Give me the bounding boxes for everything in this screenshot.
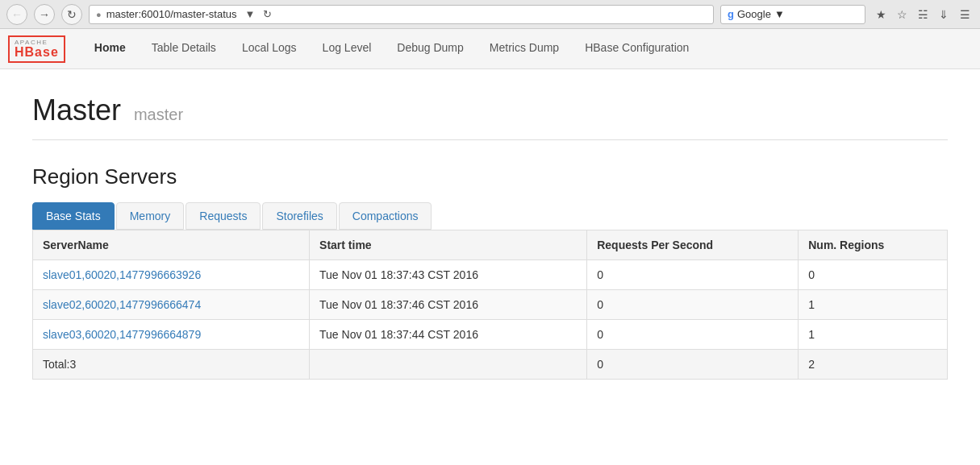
nav-home[interactable]: Home	[81, 29, 139, 69]
nav-hbase-configuration[interactable]: HBase Configuration	[572, 29, 702, 69]
server-name-cell: slave02,60020,1477996666474	[33, 290, 310, 320]
region-servers-table: ServerName Start time Requests Per Secon…	[32, 230, 948, 380]
total-requests: 0	[587, 350, 799, 380]
nav-bar: APACHE HBase Home Table Details Local Lo…	[0, 29, 980, 69]
tab-requests[interactable]: Requests	[186, 202, 261, 230]
browser-chrome: ← → ↻ ● master:60010/master-status ▼ ↻ g…	[0, 0, 980, 29]
search-placeholder: Google	[737, 8, 771, 20]
refresh-button[interactable]: ↻	[61, 4, 82, 25]
nav-metrics-dump[interactable]: Metrics Dump	[477, 29, 572, 69]
search-bar[interactable]: g Google ▼	[720, 5, 865, 24]
start-time-cell: Tue Nov 01 18:37:44 CST 2016	[310, 320, 587, 350]
server-name-link[interactable]: slave02,60020,1477996666474	[43, 298, 201, 311]
nav-table-details[interactable]: Table Details	[139, 29, 229, 69]
url-text: master:60010/master-status	[106, 8, 237, 20]
total-num-regions: 2	[799, 350, 948, 380]
page-title: Master	[32, 93, 121, 127]
total-label: Total:3	[33, 350, 310, 380]
main-content: Master master Region Servers Base Stats …	[0, 69, 980, 404]
num-regions-cell: 1	[799, 320, 948, 350]
forward-button[interactable]: →	[34, 4, 55, 25]
star-icon[interactable]: ☆	[893, 6, 911, 23]
requests-cell: 0	[587, 290, 799, 320]
table-row: slave03,60020,1477996664879 Tue Nov 01 1…	[33, 320, 948, 350]
page-title-section: Master master	[32, 93, 948, 140]
table-row: slave01,60020,1477996663926 Tue Nov 01 1…	[33, 260, 948, 290]
bookmark-toolbar-icon[interactable]: ★	[872, 6, 890, 23]
table-total-row: Total:3 0 2	[33, 350, 948, 380]
reload-icon[interactable]: ↻	[260, 6, 275, 22]
logo-hbase-text: HBase	[15, 46, 59, 59]
address-bar[interactable]: ● master:60010/master-status ▼ ↻	[89, 5, 714, 24]
address-bar-controls: ▼ ↻	[242, 6, 276, 22]
nav-links: Home Table Details Local Logs Log Level …	[81, 29, 703, 69]
total-empty	[310, 350, 587, 380]
num-regions-cell: 1	[799, 290, 948, 320]
tab-compactions[interactable]: Compactions	[339, 202, 432, 230]
col-header-requests-per-second: Requests Per Second	[587, 230, 799, 260]
server-name-cell: slave03,60020,1477996664879	[33, 320, 310, 350]
region-servers-section: Region Servers Base Stats Memory Request…	[32, 164, 948, 380]
num-regions-cell: 0	[799, 260, 948, 290]
server-name-link[interactable]: slave01,60020,1477996663926	[43, 268, 201, 281]
col-header-num-regions: Num. Regions	[799, 230, 948, 260]
requests-cell: 0	[587, 260, 799, 290]
lock-icon: ●	[96, 10, 102, 19]
server-name-cell: slave01,60020,1477996663926	[33, 260, 310, 290]
nav-log-level[interactable]: Log Level	[310, 29, 385, 69]
dropdown-icon[interactable]: ▼	[242, 6, 259, 22]
page-subtitle: master	[134, 106, 183, 123]
nav-local-logs[interactable]: Local Logs	[229, 29, 310, 69]
start-time-cell: Tue Nov 01 18:37:46 CST 2016	[310, 290, 587, 320]
requests-cell: 0	[587, 320, 799, 350]
reader-mode-icon[interactable]: ☵	[914, 6, 932, 23]
region-server-tabs: Base Stats Memory Requests Storefiles Co…	[32, 202, 948, 230]
table-header-row: ServerName Start time Requests Per Secon…	[33, 230, 948, 260]
server-name-link[interactable]: slave03,60020,1477996664879	[43, 328, 201, 341]
menu-icon[interactable]: ☰	[956, 6, 974, 23]
search-dropdown-icon[interactable]: ▼	[774, 8, 785, 20]
col-header-start-time: Start time	[310, 230, 587, 260]
browser-icons: ★ ☆ ☵ ⇓ ☰	[872, 6, 974, 23]
col-header-server-name: ServerName	[33, 230, 310, 260]
search-g-icon: g	[728, 8, 734, 20]
nav-debug-dump[interactable]: Debug Dump	[384, 29, 477, 69]
back-button[interactable]: ←	[6, 4, 27, 25]
table-row: slave02,60020,1477996666474 Tue Nov 01 1…	[33, 290, 948, 320]
download-icon[interactable]: ⇓	[935, 6, 953, 23]
tab-memory[interactable]: Memory	[116, 202, 185, 230]
hbase-logo[interactable]: APACHE HBase	[8, 35, 65, 63]
tab-base-stats[interactable]: Base Stats	[32, 202, 115, 230]
start-time-cell: Tue Nov 01 18:37:43 CST 2016	[310, 260, 587, 290]
section-title: Region Servers	[32, 164, 948, 189]
tab-storefiles[interactable]: Storefiles	[262, 202, 336, 230]
